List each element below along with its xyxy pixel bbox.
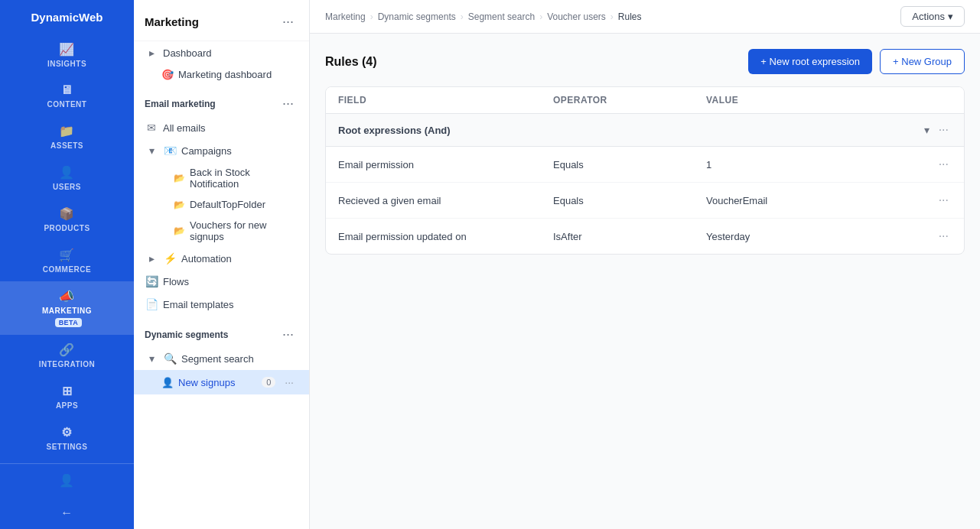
sidebar-item-automation[interactable]: ▸ ⚡ Automation <box>134 247 309 270</box>
segment-search-chevron-icon: ▾ <box>145 352 158 365</box>
header-actions <box>921 95 952 105</box>
back-icon: ← <box>60 506 73 520</box>
email-marketing-menu-button[interactable]: ··· <box>278 94 298 113</box>
actions-button[interactable]: Actions ▾ <box>900 6 965 27</box>
nav-item-users[interactable]: 👤 USERS <box>0 157 134 199</box>
nav-item-apps[interactable]: ⊞ APPS <box>0 376 134 417</box>
sidebar-header: Marketing ··· <box>134 0 309 41</box>
root-expressions-label: Root expressions (And) <box>338 125 451 136</box>
dynamic-segments-section-header: Dynamic segments ··· <box>134 316 309 347</box>
root-expr-menu-button[interactable]: ··· <box>936 122 952 138</box>
dynamic-segments-menu-button[interactable]: ··· <box>278 325 298 344</box>
row-2-actions: ··· <box>921 192 952 209</box>
default-top-icon: 📂 <box>174 200 185 210</box>
email-marketing-section-header: Email marketing ··· <box>134 85 309 116</box>
new-signups-menu-button[interactable]: ··· <box>280 375 298 390</box>
sidebar-all-emails: All emails <box>163 122 206 134</box>
nav-user-button[interactable]: 👤 <box>0 464 134 497</box>
row-3-menu-button[interactable]: ··· <box>936 228 952 245</box>
nav-item-integration[interactable]: 🔗 INTEGRATION <box>0 335 134 376</box>
content-icon: 🖥 <box>60 83 73 97</box>
marketing-icon: 📣 <box>59 289 75 303</box>
table-row: Email permission updated on IsAfter Yest… <box>326 219 964 254</box>
sidebar-item-flows[interactable]: 🔄 Flows <box>134 270 309 293</box>
table-header: Field Operator Value <box>326 87 964 114</box>
sidebar-default-top: DefaultTopFolder <box>190 199 265 210</box>
row-1-menu-button[interactable]: ··· <box>936 156 952 173</box>
sidebar-item-all-emails[interactable]: ✉ All emails <box>134 116 309 139</box>
breadcrumb-voucher-users[interactable]: Voucher users <box>547 11 606 22</box>
breadcrumb-sep-4: › <box>610 11 614 22</box>
sidebar-item-vouchers-new[interactable]: 📂 Vouchers for new signups <box>134 215 309 247</box>
nav-item-products[interactable]: 📦 PRODUCTS <box>0 199 134 240</box>
dynamic-segments-label: Dynamic segments <box>145 329 228 340</box>
header-value: Value <box>706 95 921 105</box>
row-1-actions: ··· <box>921 156 952 173</box>
sidebar-email-templates: Email templates <box>163 299 233 310</box>
root-expr-chevron-icon[interactable]: ▾ <box>924 124 930 136</box>
sidebar-item-marketing-dashboard[interactable]: 🎯 Marketing dashboard <box>134 64 309 85</box>
breadcrumb-marketing[interactable]: Marketing <box>325 11 366 22</box>
breadcrumb-segment-search[interactable]: Segment search <box>468 11 535 22</box>
back-in-stock-icon: 📂 <box>174 173 185 183</box>
breadcrumb-rules: Rules <box>618 11 642 22</box>
sidebar-menu-button[interactable]: ··· <box>278 12 298 31</box>
users-icon: 👤 <box>59 165 75 180</box>
table-row: Email permission Equals 1 ··· <box>326 147 964 183</box>
breadcrumb-items: Marketing › Dynamic segments › Segment s… <box>325 11 642 22</box>
nav-item-settings[interactable]: ⚙ SETTINGS <box>0 417 134 459</box>
new-root-expression-button[interactable]: + New root expression <box>748 49 872 74</box>
sidebar-automation: Automation <box>181 253 232 264</box>
all-emails-icon: ✉ <box>145 122 158 134</box>
assets-icon: 📁 <box>59 124 75 138</box>
insights-icon: 📈 <box>59 42 75 57</box>
email-templates-icon: 📄 <box>145 298 158 310</box>
actions-label: Actions <box>912 11 945 22</box>
rules-actions: + New root expression + New Group <box>748 49 965 74</box>
sidebar-title: Marketing <box>145 15 199 28</box>
row-2-field: Recieved a given email <box>338 195 553 206</box>
sidebar-flows: Flows <box>163 276 189 287</box>
header-field: Field <box>338 95 553 105</box>
breadcrumb-sep-2: › <box>461 11 464 22</box>
breadcrumb-dynamic-segments[interactable]: Dynamic segments <box>378 11 456 22</box>
sidebar-item-default-top[interactable]: 📂 DefaultTopFolder <box>134 194 309 215</box>
sidebar-marketing-dashboard: Marketing dashboard <box>178 69 272 80</box>
sidebar-item-segment-search[interactable]: ▾ 🔍 Segment search <box>134 347 309 370</box>
sidebar-item-back-in-stock[interactable]: 📂 Back in Stock Notification <box>134 162 309 194</box>
commerce-icon: 🛒 <box>59 248 75 262</box>
nav-item-insights[interactable]: 📈 INSIGHTS <box>0 34 134 76</box>
nav-label-users: USERS <box>53 183 81 191</box>
new-signups-icon: 👤 <box>161 377 174 388</box>
row-2-menu-button[interactable]: ··· <box>936 192 952 209</box>
actions-chevron-icon: ▾ <box>948 11 953 22</box>
nav-back-button[interactable]: ← <box>0 497 134 529</box>
new-root-label: + New root expression <box>760 56 860 67</box>
sidebar-back-in-stock: Back in Stock Notification <box>190 167 298 190</box>
nav-item-commerce[interactable]: 🛒 COMMERCE <box>0 240 134 281</box>
campaigns-chevron-icon: ▾ <box>145 144 158 157</box>
new-group-button[interactable]: + New Group <box>880 49 965 74</box>
row-1-value: 1 <box>706 159 921 170</box>
campaigns-icon: 📧 <box>163 144 177 157</box>
nav-item-assets[interactable]: 📁 ASSETS <box>0 116 134 157</box>
row-3-operator: IsAfter <box>553 231 706 242</box>
rules-title: Rules (4) <box>325 55 377 69</box>
sidebar-item-new-signups[interactable]: 👤 New signups 0 ··· <box>134 370 309 394</box>
nav-label-products: PRODUCTS <box>44 224 90 232</box>
sidebar-item-dashboard-label[interactable]: ▸ Dashboard <box>134 41 309 64</box>
nav-item-content[interactable]: 🖥 CONTENT <box>0 76 134 116</box>
dashboard-label-icon: ▸ <box>145 47 158 59</box>
nav-label-insights: INSIGHTS <box>47 60 86 68</box>
nav-label-assets: ASSETS <box>50 141 83 150</box>
root-expr-actions: ▾ ··· <box>924 122 952 138</box>
sidebar-vouchers-new: Vouchers for new signups <box>190 219 298 242</box>
nav-item-marketing[interactable]: 📣 MARKETING BETA <box>0 281 134 335</box>
sidebar-item-email-templates[interactable]: 📄 Email templates <box>134 293 309 316</box>
sidebar-item-campaigns[interactable]: ▾ 📧 Campaigns <box>134 139 309 162</box>
beta-badge: BETA <box>55 318 83 327</box>
new-signups-badge: 0 <box>262 377 275 388</box>
flows-icon: 🔄 <box>145 275 158 287</box>
row-3-actions: ··· <box>921 228 952 245</box>
new-group-label: + New Group <box>893 56 952 67</box>
